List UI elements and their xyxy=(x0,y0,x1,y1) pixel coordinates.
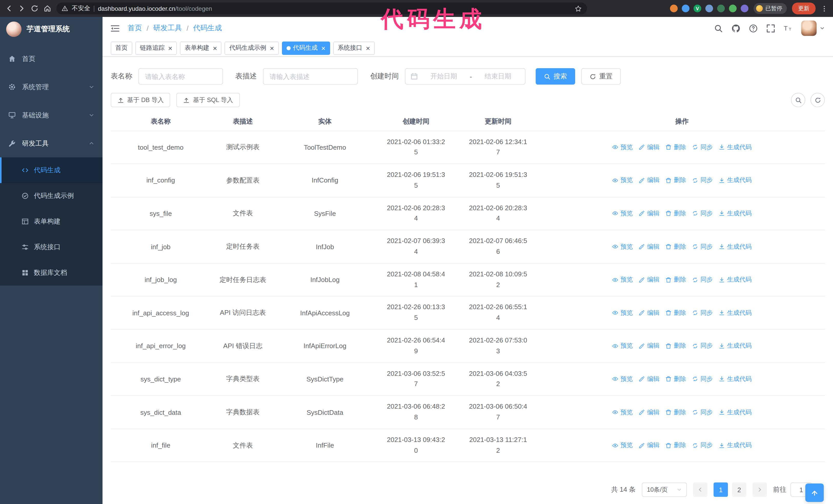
row-6-action-sync[interactable]: 同步 xyxy=(692,342,713,351)
extension-people[interactable] xyxy=(705,5,713,12)
table-desc-input[interactable] xyxy=(263,68,358,85)
tab-4[interactable]: 代码生成× xyxy=(282,41,330,55)
row-1-action-preview[interactable]: 预览 xyxy=(612,176,633,185)
row-1-action-edit[interactable]: 编辑 xyxy=(639,176,660,185)
row-4-action-delete[interactable]: 删除 xyxy=(666,275,686,284)
row-6-action-preview[interactable]: 预览 xyxy=(612,342,633,351)
hamburger-icon[interactable] xyxy=(111,24,119,32)
row-9-action-sync[interactable]: 同步 xyxy=(692,441,713,450)
row-6-action-delete[interactable]: 删除 xyxy=(666,342,686,351)
bookmark-star-icon[interactable] xyxy=(575,5,582,12)
breadcrumb-item-2[interactable]: 代码生成 xyxy=(193,24,222,33)
row-5-action-edit[interactable]: 编辑 xyxy=(639,309,660,317)
paused-badge[interactable]: 已暂停 xyxy=(754,3,787,14)
sidebar-subitem-db-doc[interactable]: 数据库文档 xyxy=(0,260,102,286)
sidebar-subitem-form-builder[interactable]: 表单构建 xyxy=(0,209,102,234)
row-2-action-generate[interactable]: 生成代码 xyxy=(719,209,752,218)
back-to-top-button[interactable] xyxy=(805,483,824,502)
page-2-button[interactable]: 2 xyxy=(732,482,746,497)
row-7-action-sync[interactable]: 同步 xyxy=(692,375,713,384)
extension-green-v[interactable]: V xyxy=(694,5,701,12)
next-page-button[interactable] xyxy=(753,482,767,497)
row-4-action-preview[interactable]: 预览 xyxy=(612,275,633,284)
browser-forward-button[interactable] xyxy=(18,5,26,12)
close-icon[interactable]: × xyxy=(366,44,370,51)
row-4-action-edit[interactable]: 编辑 xyxy=(639,275,660,284)
row-1-action-delete[interactable]: 删除 xyxy=(666,176,686,185)
tab-1[interactable]: 链路追踪× xyxy=(135,41,177,55)
row-9-action-preview[interactable]: 预览 xyxy=(612,441,633,450)
row-2-action-edit[interactable]: 编辑 xyxy=(639,209,660,218)
sidebar-item-home[interactable]: 首页 xyxy=(0,45,102,73)
browser-update-button[interactable]: 更新 xyxy=(792,3,815,14)
row-1-action-generate[interactable]: 生成代码 xyxy=(719,176,752,185)
row-8-action-edit[interactable]: 编辑 xyxy=(639,408,660,416)
table-name-input[interactable] xyxy=(138,68,223,85)
row-8-action-generate[interactable]: 生成代码 xyxy=(719,408,752,416)
extension-leaf[interactable] xyxy=(729,5,737,12)
row-3-action-sync[interactable]: 同步 xyxy=(692,242,713,251)
row-2-action-preview[interactable]: 预览 xyxy=(612,209,633,218)
row-8-action-sync[interactable]: 同步 xyxy=(692,408,713,416)
extension-dark-green[interactable] xyxy=(717,5,725,12)
browser-back-button[interactable] xyxy=(5,5,13,12)
row-9-action-delete[interactable]: 删除 xyxy=(666,441,686,450)
row-8-action-preview[interactable]: 预览 xyxy=(612,408,633,416)
row-3-action-delete[interactable]: 删除 xyxy=(666,242,686,251)
import-db-button[interactable]: 基于 DB 导入 xyxy=(111,93,170,107)
row-9-action-generate[interactable]: 生成代码 xyxy=(719,441,752,450)
row-3-action-edit[interactable]: 编辑 xyxy=(639,242,660,251)
page-1-button[interactable]: 1 xyxy=(714,482,728,497)
page-size-select[interactable]: 10条/页 xyxy=(642,482,687,497)
row-2-action-sync[interactable]: 同步 xyxy=(692,209,713,218)
tab-2[interactable]: 表单构建× xyxy=(180,41,221,55)
row-0-action-edit[interactable]: 编辑 xyxy=(639,143,660,152)
row-5-action-sync[interactable]: 同步 xyxy=(692,309,713,317)
user-menu[interactable] xyxy=(801,21,825,36)
row-0-action-preview[interactable]: 预览 xyxy=(612,143,633,152)
browser-home-button[interactable] xyxy=(44,5,51,12)
sidebar-item-system[interactable]: 系统管理 xyxy=(0,73,102,101)
row-2-action-delete[interactable]: 删除 xyxy=(666,209,686,218)
browser-reload-button[interactable] xyxy=(31,5,39,12)
row-7-action-preview[interactable]: 预览 xyxy=(612,375,633,384)
breadcrumb-item-1[interactable]: 研发工具 xyxy=(153,24,182,33)
row-4-action-generate[interactable]: 生成代码 xyxy=(719,275,752,284)
row-5-action-delete[interactable]: 删除 xyxy=(666,309,686,317)
sidebar-item-devtools[interactable]: 研发工具 xyxy=(0,129,102,158)
close-icon[interactable]: × xyxy=(168,44,172,51)
row-0-action-sync[interactable]: 同步 xyxy=(692,143,713,152)
date-range-picker[interactable]: 开始日期 - 结束日期 xyxy=(405,68,525,85)
extension-orange[interactable] xyxy=(670,5,678,12)
row-7-action-edit[interactable]: 编辑 xyxy=(639,375,660,384)
toggle-search-button[interactable] xyxy=(791,93,805,107)
close-icon[interactable]: × xyxy=(213,44,217,51)
prev-page-button[interactable] xyxy=(693,482,708,497)
row-7-action-delete[interactable]: 删除 xyxy=(666,375,686,384)
browser-menu-icon[interactable] xyxy=(821,5,828,12)
close-icon[interactable]: × xyxy=(270,44,274,51)
search-icon[interactable] xyxy=(714,24,723,32)
sidebar-subitem-codegen-example[interactable]: 代码生成示例 xyxy=(0,183,102,209)
extension-blue[interactable] xyxy=(682,5,689,12)
row-9-action-edit[interactable]: 编辑 xyxy=(639,441,660,450)
row-7-action-generate[interactable]: 生成代码 xyxy=(719,375,752,384)
row-4-action-sync[interactable]: 同步 xyxy=(692,275,713,284)
breadcrumb-item-0[interactable]: 首页 xyxy=(128,24,142,33)
search-button[interactable]: 搜索 xyxy=(536,68,575,85)
close-icon[interactable]: × xyxy=(321,44,325,51)
tab-0[interactable]: 首页 xyxy=(111,41,132,55)
fullscreen-icon[interactable] xyxy=(766,24,775,32)
row-8-action-delete[interactable]: 删除 xyxy=(666,408,686,416)
help-icon[interactable] xyxy=(749,24,758,32)
row-6-action-generate[interactable]: 生成代码 xyxy=(719,342,752,351)
refresh-table-button[interactable] xyxy=(810,93,825,107)
reset-button[interactable]: 重置 xyxy=(581,68,621,85)
tab-3[interactable]: 代码生成示例× xyxy=(225,41,279,55)
row-5-action-preview[interactable]: 预览 xyxy=(612,309,633,317)
row-1-action-sync[interactable]: 同步 xyxy=(692,176,713,185)
extension-puzzle[interactable] xyxy=(741,5,748,12)
import-sql-button[interactable]: 基于 SQL 导入 xyxy=(176,93,240,107)
tab-5[interactable]: 系统接口× xyxy=(333,41,375,55)
row-3-action-preview[interactable]: 预览 xyxy=(612,242,633,251)
